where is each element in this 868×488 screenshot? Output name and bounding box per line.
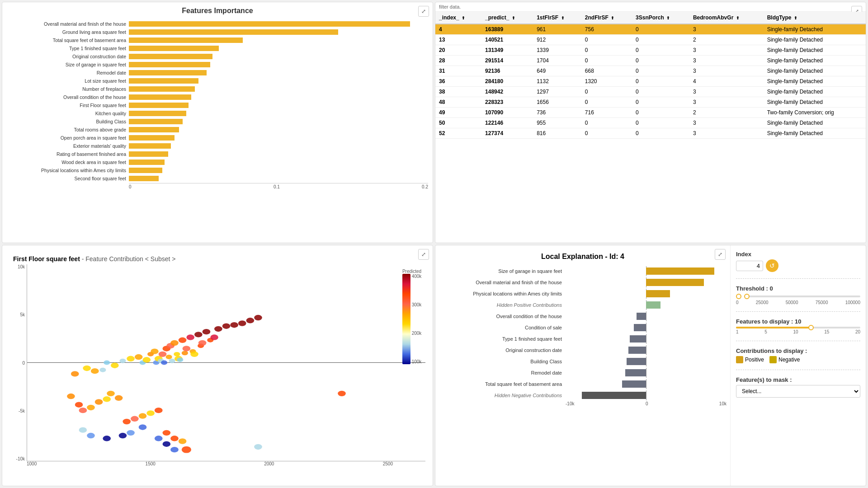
features-slider-thumb[interactable] bbox=[808, 325, 814, 330]
le-label: Size of garage in square feet bbox=[439, 268, 566, 274]
negative-label: Negative bbox=[778, 357, 800, 363]
table-cell: 107090 bbox=[481, 108, 533, 118]
local-explanation-chart: ⤢ Local Explanation - Id: 4 Size of gara… bbox=[435, 245, 730, 486]
table-cell: 0 bbox=[581, 118, 632, 128]
table-cell: 291514 bbox=[481, 56, 533, 66]
svg-point-59 bbox=[170, 436, 179, 441]
fi-bar bbox=[129, 103, 189, 108]
contrib-display-label: Contributions to display : bbox=[736, 347, 860, 354]
local-explanation-rows: Size of garage in square feetOverall mat… bbox=[439, 266, 726, 400]
contrib-legend: Positive Negative bbox=[736, 356, 860, 363]
threshold-slider-track[interactable] bbox=[744, 296, 860, 297]
table-body: 416388996175603Single-family Detached131… bbox=[435, 24, 866, 139]
fi-bar-container bbox=[129, 21, 428, 27]
col-bldgtype[interactable]: BldgType ⬆ bbox=[764, 12, 866, 24]
svg-point-1 bbox=[71, 371, 79, 376]
mask-select[interactable]: Select... bbox=[736, 385, 860, 398]
fi-label: Rating of basement finished area bbox=[7, 151, 129, 157]
index-input[interactable] bbox=[736, 261, 763, 271]
table-cell: 1320 bbox=[581, 76, 632, 87]
table-cell: 3 bbox=[689, 24, 764, 35]
svg-point-66 bbox=[139, 424, 147, 430]
le-zero-line bbox=[646, 368, 646, 378]
table-cell: 140521 bbox=[481, 35, 533, 45]
data-filter-text: filter data. bbox=[435, 2, 866, 12]
table-row[interactable]: 282915141704003Single-family Detached bbox=[435, 56, 866, 66]
table-cell: 28 bbox=[435, 56, 481, 66]
table-cell: 716 bbox=[581, 108, 632, 118]
table-row[interactable]: 52127374816003Single-family Detached bbox=[435, 128, 866, 139]
threshold-tick-50k: 50000 bbox=[786, 300, 798, 305]
scatter-y-m10k: -10k bbox=[9, 456, 25, 461]
features-display-row: Features to display : 10 1 5 10 15 20 bbox=[736, 318, 860, 334]
table-cell: 756 bbox=[581, 24, 632, 35]
table-row[interactable]: 50122146955003Single-family Detached bbox=[435, 118, 866, 128]
fi-bar-container bbox=[129, 111, 428, 116]
fi-bar-container bbox=[129, 29, 428, 35]
fi-bar bbox=[129, 111, 186, 116]
features-slider-fill bbox=[736, 327, 811, 328]
table-cell: Single-family Detached bbox=[764, 118, 866, 128]
sort-icon-2ndflrsf: ⬆ bbox=[611, 16, 614, 20]
table-cell: 36 bbox=[435, 76, 481, 87]
table-cell: 2 bbox=[689, 108, 764, 118]
fi-bar-container bbox=[129, 46, 428, 51]
fi-row: Wood deck area in square feet bbox=[7, 159, 428, 166]
threshold-radio[interactable] bbox=[736, 294, 741, 299]
le-label: Remodel date bbox=[439, 370, 566, 375]
svg-point-33 bbox=[194, 332, 203, 337]
table-row[interactable]: 362841801132132004Single-family Detached bbox=[435, 76, 866, 87]
fi-row: First Floor square feet bbox=[7, 102, 428, 109]
le-zero-line bbox=[646, 390, 646, 400]
data-table-wrapper[interactable]: _index_ ⬆ _predict_ ⬆ 1stFlrSF ⬆ 2ndFlrS… bbox=[435, 12, 866, 243]
table-cell: 13 bbox=[435, 35, 481, 45]
table-row[interactable]: 4910709073671602Two-family Conversion; o… bbox=[435, 108, 866, 118]
table-header-row: _index_ ⬆ _predict_ ⬆ 1stFlrSF ⬆ 2ndFlrS… bbox=[435, 12, 866, 24]
col-3ssnporch[interactable]: 3SsnPorch ⬆ bbox=[632, 12, 689, 24]
fi-label: Type 1 finished square feet bbox=[7, 46, 129, 51]
le-bar-area bbox=[566, 289, 726, 299]
le-row: Original construction date bbox=[439, 345, 726, 355]
svg-point-2 bbox=[83, 366, 91, 371]
le-label: Overall material and finish of the house bbox=[439, 280, 566, 285]
col-2ndflrsf[interactable]: 2ndFlrSF ⬆ bbox=[581, 12, 632, 24]
local-exp-expand-btn[interactable]: ⤢ bbox=[715, 249, 726, 260]
col-predict[interactable]: _predict_ ⬆ bbox=[481, 12, 533, 24]
features-importance-expand-btn[interactable]: ⤢ bbox=[418, 6, 429, 17]
le-bar bbox=[627, 358, 646, 365]
table-cell: 0 bbox=[632, 108, 689, 118]
table-cell: 3 bbox=[689, 128, 764, 139]
table-cell: 4 bbox=[435, 24, 481, 35]
scatter-y-10k: 10k bbox=[9, 264, 25, 269]
features-slider-track[interactable] bbox=[736, 327, 860, 328]
color-legend-values: 400k 300k 200k 100k bbox=[410, 274, 422, 364]
col-bedroomabvgr[interactable]: BedroomAbvGr ⬆ bbox=[689, 12, 764, 24]
le-row: Hidden Negative Contributions bbox=[439, 390, 726, 400]
threshold-slider-thumb[interactable] bbox=[744, 294, 750, 299]
table-cell: Single-family Detached bbox=[764, 128, 866, 139]
scatter-canvas: Predicted 400k 300k 200k 100k bbox=[27, 264, 425, 461]
table-row[interactable]: 319213664966803Single-family Detached bbox=[435, 66, 866, 76]
table-cell: Single-family Detached bbox=[764, 24, 866, 35]
table-row[interactable]: 482283231656003Single-family Detached bbox=[435, 97, 866, 108]
svg-point-11 bbox=[142, 357, 151, 362]
table-header: _index_ ⬆ _predict_ ⬆ 1stFlrSF ⬆ 2ndFlrS… bbox=[435, 12, 866, 24]
fi-row: Lot size square feet bbox=[7, 77, 428, 84]
table-row[interactable]: 13140521912002Single-family Detached bbox=[435, 35, 866, 45]
svg-point-58 bbox=[163, 430, 171, 436]
fi-label: Overall condition of the house bbox=[7, 94, 129, 100]
fi-bar-container bbox=[129, 135, 428, 141]
fi-bar-container bbox=[129, 143, 428, 149]
table-row[interactable]: 201313491339003Single-family Detached bbox=[435, 45, 866, 56]
svg-point-65 bbox=[170, 447, 179, 452]
col-index[interactable]: _index_ ⬆ bbox=[435, 12, 481, 24]
le-x-m10k: -10k bbox=[566, 401, 574, 406]
svg-point-13 bbox=[151, 348, 159, 354]
table-cell: Two-family Conversion; orig bbox=[764, 108, 866, 118]
index-submit-btn[interactable]: ↺ bbox=[766, 259, 778, 272]
scatter-expand-btn[interactable]: ⤢ bbox=[418, 249, 429, 260]
table-row[interactable]: 416388996175603Single-family Detached bbox=[435, 24, 866, 35]
fi-label: Total rooms above grade bbox=[7, 127, 129, 132]
table-row[interactable]: 381489421297003Single-family Detached bbox=[435, 87, 866, 97]
col-1stflrsf[interactable]: 1stFlrSF ⬆ bbox=[533, 12, 581, 24]
